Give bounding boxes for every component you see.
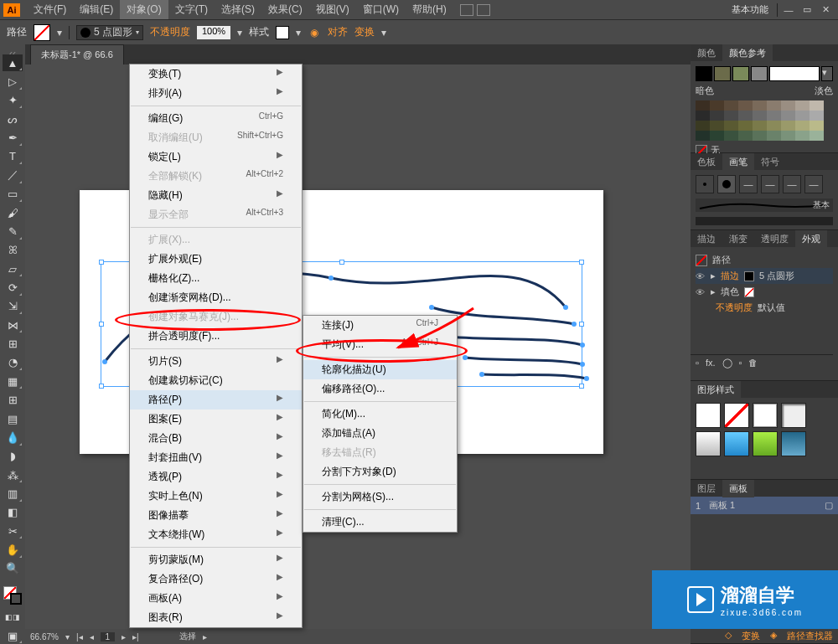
menu-item[interactable]: 轮廓化描边(U)	[303, 360, 457, 379]
stroke-preset[interactable]: 5 点圆形 ▾	[76, 25, 143, 40]
styles-grid[interactable]	[691, 398, 838, 461]
menu-item[interactable]: 显示全部Alt+Ctrl+3	[130, 205, 302, 224]
workspace-label[interactable]: 基本功能	[727, 2, 773, 18]
tab-transparency[interactable]: 透明度	[754, 230, 795, 248]
menu-item[interactable]: 图表(R)▶	[130, 608, 302, 627]
menu-item[interactable]: 画板(A)▶	[130, 589, 302, 608]
tab-color-guide[interactable]: 颜色参考	[722, 44, 773, 62]
menu-item[interactable]: 编组(G)Ctrl+G	[130, 109, 302, 128]
menu-item[interactable]: 图案(E)▶	[130, 410, 302, 429]
visibility-icon[interactable]: 👁	[696, 271, 706, 281]
menu-item[interactable]: 复合路径(O)▶	[130, 569, 302, 589]
line-tool[interactable]: ／	[3, 167, 23, 183]
menu-text[interactable]: 文字(T)	[168, 0, 215, 19]
style-swatch[interactable]	[276, 26, 289, 39]
menu-window[interactable]: 窗口(W)	[356, 0, 406, 19]
menu-effect[interactable]: 效果(C)	[261, 0, 309, 19]
blob-brush-tool[interactable]: ꕤ	[3, 242, 23, 259]
opacity-label[interactable]: 不透明度	[150, 25, 190, 39]
menu-item[interactable]: 封套扭曲(V)▶	[130, 448, 302, 467]
transform-link-footer[interactable]: 变换	[742, 630, 760, 642]
type-tool[interactable]: T	[3, 148, 23, 165]
menu-item[interactable]: 实时上色(N)▶	[130, 487, 302, 506]
panel-btn[interactable]: fx.	[706, 358, 716, 368]
scale-tool[interactable]: ⇲	[3, 298, 23, 315]
tab-brushes[interactable]: 画笔	[722, 153, 754, 171]
arrange-icon[interactable]	[477, 4, 490, 16]
tab-stroke[interactable]: 描边	[691, 230, 722, 248]
close-icon[interactable]: ✕	[818, 4, 833, 16]
pathfinder-link-footer[interactable]: 路径查找器	[787, 630, 833, 642]
zoom-level[interactable]: 66.67%	[30, 632, 59, 641]
menu-item[interactable]: 扩展(X)...	[130, 230, 302, 250]
shape-builder-tool[interactable]: ◔	[3, 354, 23, 371]
opacity-value[interactable]: 100%	[197, 26, 230, 39]
menu-item[interactable]: 添加锚点(A)	[303, 424, 457, 443]
transform-link[interactable]: 变换	[354, 25, 375, 39]
brush-presets[interactable]: ————	[696, 175, 833, 193]
eyedropper-tool[interactable]: 💧	[3, 429, 23, 446]
menu-file[interactable]: 文件(F)	[27, 0, 73, 19]
menu-item[interactable]: 偏移路径(O)...	[303, 379, 457, 399]
tab-color[interactable]: 颜色	[691, 44, 722, 62]
search-icon[interactable]	[460, 4, 473, 16]
free-transform-tool[interactable]: ⊞	[3, 335, 23, 352]
menu-item[interactable]: 图像描摹▶	[130, 506, 302, 525]
tab-artboards[interactable]: 画板	[722, 480, 754, 497]
color-variations[interactable]	[696, 100, 833, 141]
doc-tab[interactable]: 未标题-1* @ 66.6	[30, 44, 124, 64]
tab-gradient[interactable]: 渐变	[722, 230, 754, 248]
menu-object[interactable]: 对象(O)	[120, 0, 168, 19]
maximize-icon[interactable]: ▭	[799, 4, 815, 16]
menu-item[interactable]: 清理(C)...	[303, 513, 457, 532]
artboard-row[interactable]: 1画板 1▢	[691, 497, 838, 514]
menu-item[interactable]: 栅格化(Z)...	[130, 269, 302, 288]
panel-btn[interactable]: ◯	[722, 358, 732, 368]
hand-tool[interactable]: ✋	[3, 541, 23, 558]
menu-select[interactable]: 选择(S)	[215, 0, 261, 19]
menu-item[interactable]: 取消编组(U)Shift+Ctrl+G	[130, 128, 302, 147]
nav-prev-icon[interactable]: ◂	[90, 632, 94, 641]
menu-item[interactable]: 隐藏(H)▶	[130, 186, 302, 205]
lasso-tool[interactable]: ᔕ	[3, 111, 23, 127]
direct-selection-tool[interactable]: ▷	[3, 73, 23, 90]
menu-item[interactable]: 文本绕排(W)▶	[130, 525, 302, 544]
color-harmony-row[interactable]: ▾	[696, 66, 833, 81]
tab-appearance[interactable]: 外观	[795, 230, 827, 248]
menu-item[interactable]: 排列(A)▶	[130, 84, 302, 103]
menu-item[interactable]: 创建裁切标记(C)	[130, 371, 302, 390]
blend-tool[interactable]: ◗	[3, 448, 23, 465]
fill-entry[interactable]: 填色	[721, 286, 739, 298]
graph-tool[interactable]: ▥	[3, 485, 23, 502]
pen-tool[interactable]: ✒	[3, 129, 23, 146]
menu-item[interactable]: 剪切蒙版(M)▶	[130, 550, 302, 569]
menu-view[interactable]: 视图(V)	[309, 0, 356, 19]
menu-item[interactable]: 分割为网格(S)...	[303, 487, 457, 507]
gradient-tool[interactable]: ▤	[3, 410, 23, 427]
menu-item[interactable]: 拼合透明度(F)...	[130, 327, 302, 346]
nav-first-icon[interactable]: |◂	[76, 632, 83, 641]
zoom-tool[interactable]: 🔍	[3, 560, 23, 577]
artboard-tool[interactable]: ◧	[3, 504, 23, 521]
menu-item[interactable]: 锁定(L)▶	[130, 147, 302, 167]
menu-item[interactable]: 切片(S)▶	[130, 352, 302, 371]
nav-last-icon[interactable]: ▸|	[132, 632, 139, 641]
screen-mode[interactable]: ▣	[3, 627, 23, 644]
fill-swatch[interactable]	[34, 24, 50, 41]
menu-item[interactable]: 移去锚点(R)	[303, 443, 457, 462]
menu-help[interactable]: 帮助(H)	[406, 0, 453, 19]
menu-item[interactable]: 全部解锁(K)Alt+Ctrl+2	[130, 167, 302, 186]
panel-btn[interactable]: ▫	[696, 358, 699, 368]
menu-item[interactable]: 简化(M)...	[303, 404, 457, 424]
pencil-tool[interactable]: ✎	[3, 223, 23, 240]
menu-item[interactable]: 连接(J)Ctrl+J	[303, 316, 457, 335]
visibility-icon[interactable]: 👁	[696, 287, 706, 297]
paintbrush-tool[interactable]: 🖌	[3, 204, 23, 221]
stroke-entry[interactable]: 描边	[721, 270, 739, 282]
align-link[interactable]: 对齐	[328, 25, 348, 39]
perspective-grid-tool[interactable]: ▦	[3, 373, 23, 389]
selection-tool[interactable]: ▲	[3, 54, 23, 71]
menu-edit[interactable]: 编辑(E)	[73, 0, 120, 19]
color-mode-row[interactable]: ◧◨	[3, 609, 23, 626]
menu-item[interactable]: 变换(T)▶	[130, 64, 302, 84]
